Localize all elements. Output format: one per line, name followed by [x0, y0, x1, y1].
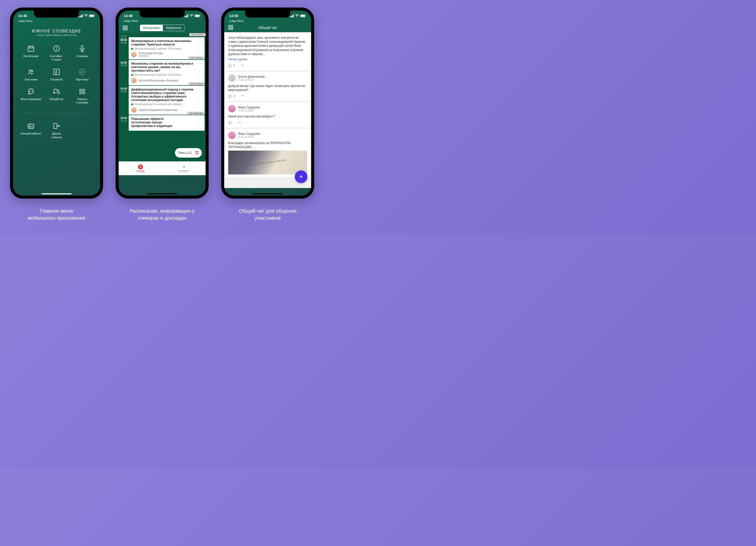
- svg-rect-43: [123, 28, 125, 30]
- status-icons: [79, 14, 95, 17]
- menu-item-mic[interactable]: Спикеры: [71, 43, 94, 64]
- svg-rect-40: [200, 15, 200, 16]
- menu-item-chat[interactable]: Мои сообщения: [19, 86, 42, 107]
- svg-rect-2: [81, 15, 82, 17]
- svg-point-24: [31, 91, 31, 91]
- chat-post[interactable]: Вера Сидорова4 окт. в 15:25Благодарю орг…: [225, 129, 310, 177]
- menu-item-badge[interactable]: Партнеры: [71, 66, 94, 83]
- schedule-list[interactable]: 09:00 09:30Зал Платан 09:30 10:00 ☆ Моле…: [119, 33, 206, 175]
- menu-item-group-chat[interactable]: Общий чат: [45, 86, 68, 107]
- read-more-link[interactable]: Читать далее: [228, 58, 307, 61]
- menu-label: Мои сообщения: [21, 97, 41, 101]
- avatar[interactable]: [228, 74, 236, 82]
- speaker-company: DIAGEN: [139, 55, 163, 57]
- time-end: 10:50: [120, 90, 128, 93]
- svg-rect-34: [184, 16, 185, 17]
- timeslot: 10:00 10:30 ☆ Механизмы старения на моле…: [119, 60, 206, 85]
- segment-control: Расписание Избранное: [140, 25, 184, 31]
- chat-feed[interactable]: Хочу поблагодарить весь оргкомитет конгр…: [224, 32, 311, 188]
- like-button[interactable]: [228, 120, 232, 124]
- svg-rect-1: [80, 16, 81, 17]
- post-author[interactable]: Вера Сидорова: [238, 106, 260, 109]
- menu-grid-icon[interactable]: [122, 25, 128, 31]
- favorite-star-icon[interactable]: ☆: [199, 62, 203, 66]
- svg-rect-50: [301, 15, 305, 17]
- new-post-button[interactable]: +: [295, 170, 307, 183]
- track-dot-icon: [131, 103, 133, 105]
- tab-schedule[interactable]: Расписание: [140, 25, 163, 31]
- svg-point-23: [29, 91, 30, 91]
- menu-label: Опросы 4 октября: [76, 97, 88, 105]
- exit-icon: [53, 122, 60, 130]
- like-button[interactable]: 4: [228, 63, 235, 67]
- track-dot-icon: [131, 48, 133, 50]
- svg-rect-47: [292, 15, 293, 17]
- menu-label: Партнеры: [76, 78, 88, 81]
- menu-item-survey[interactable]: Опросы 4 октября: [71, 86, 94, 107]
- menu-item-info[interactable]: 4 октября - 4 опрос: [45, 43, 68, 64]
- avatar: [131, 107, 137, 113]
- app-store-back[interactable]: ◂ App Store: [13, 19, 100, 23]
- mic-icon: [78, 45, 86, 52]
- post-author[interactable]: Бэлла Джанчатова: [238, 75, 265, 78]
- svg-rect-52: [229, 25, 230, 27]
- svg-point-25: [32, 91, 32, 91]
- favorite-star-icon[interactable]: ☆: [199, 39, 203, 43]
- time-end: 10:30: [120, 64, 128, 67]
- event-card[interactable]: Повышение эффекти эстетических програ пр…: [129, 115, 205, 131]
- like-button[interactable]: 6: [228, 94, 235, 98]
- event-card[interactable]: ☆ Механизмы старения на молекулярном и к…: [129, 60, 205, 85]
- event-card[interactable]: ☆ Дифференцированный подход к терапии си…: [129, 86, 205, 115]
- menu-item-people[interactable]: Участники: [19, 66, 42, 83]
- day-tabs: 3СРЕДА4ЧЕТВЕРГ: [119, 161, 206, 175]
- svg-rect-39: [195, 15, 199, 17]
- svg-rect-3: [82, 14, 83, 17]
- chat-post[interactable]: Вера Сидорова4 окт. в 15:26Какой угол на…: [225, 102, 310, 127]
- home-indicator[interactable]: [253, 193, 283, 194]
- notch: [245, 11, 290, 18]
- timeslot: 10:50 11:10 Повышение эффекти эстетическ…: [119, 115, 206, 131]
- account-icon: [27, 122, 35, 130]
- event-track: Диспансеризация старения. Обоснован...: [131, 73, 202, 76]
- day-tab[interactable]: 4ЧЕТВЕРГ: [162, 162, 206, 175]
- facebook-icon: [53, 68, 60, 76]
- day-tab[interactable]: 3СРЕДА: [119, 162, 162, 175]
- chat-post[interactable]: Бэлла Джанчатова4 окт. в 15:31Добрый веч…: [225, 72, 310, 101]
- menu-label: Facebook: [51, 78, 63, 81]
- event-title: Дифференцированный подход к терапии симп…: [131, 88, 202, 102]
- day-label: СРЕДА: [136, 170, 145, 173]
- app-store-back[interactable]: ◂ App Store: [119, 19, 206, 23]
- tab-favorites[interactable]: Избранное: [163, 25, 184, 31]
- share-button[interactable]: [240, 94, 244, 98]
- time-end: 10:00: [120, 41, 128, 44]
- status-icons: [184, 14, 201, 17]
- avatar[interactable]: [228, 131, 236, 139]
- avatar[interactable]: [228, 105, 236, 112]
- menu-grid-bottom: Личный кабинетДругое событие: [13, 116, 100, 145]
- menu-item-calendar[interactable]: Расписание: [19, 43, 42, 64]
- chat-post[interactable]: Хочу поблагодарить весь оргкомитет конгр…: [225, 33, 310, 70]
- post-author[interactable]: Вера Сидорова: [238, 132, 260, 135]
- svg-rect-48: [293, 14, 294, 17]
- svg-rect-51: [305, 15, 306, 16]
- menu-grid-icon[interactable]: [228, 25, 233, 30]
- themes-filter-button[interactable]: Темы (12): [175, 148, 202, 158]
- share-button[interactable]: [237, 120, 241, 125]
- calendar-icon: [27, 45, 35, 52]
- svg-point-26: [54, 89, 58, 93]
- menu-item-facebook[interactable]: Facebook: [45, 66, 68, 83]
- menu-item-account[interactable]: Личный кабинет: [19, 120, 42, 141]
- favorite-star-icon[interactable]: ☆: [199, 88, 203, 92]
- post-time: 4 окт. в 15:26: [238, 109, 260, 112]
- prev-time: 09:00 09:30: [119, 33, 129, 37]
- svg-rect-14: [81, 45, 83, 49]
- app-store-back[interactable]: ◂ App Store: [224, 19, 311, 23]
- event-card[interactable]: ☆ Молекулярные и клеточные механизмы ста…: [129, 37, 205, 59]
- post-image[interactable]: ТИФИКАТ ТНИКА Сидорова Вера 2018: [228, 151, 307, 174]
- home-indicator[interactable]: [147, 193, 177, 194]
- menu-divider: [21, 113, 92, 113]
- timeslot: 09:30 10:00 ☆ Молекулярные и клеточные м…: [119, 37, 206, 59]
- menu-item-exit[interactable]: Другое событие: [45, 120, 68, 141]
- home-indicator[interactable]: [41, 193, 72, 194]
- share-button[interactable]: [240, 63, 244, 68]
